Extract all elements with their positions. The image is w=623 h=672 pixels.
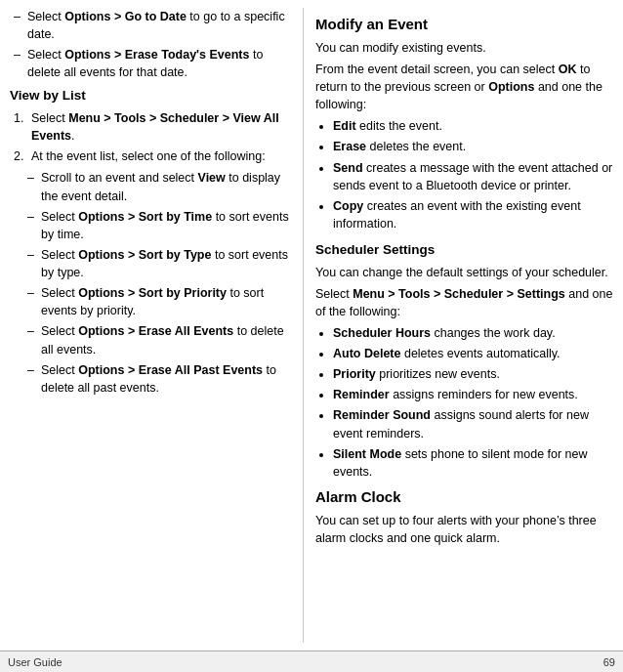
bullet-scheduler-hours: Scheduler Hours changes the work day. [333, 324, 613, 342]
sub-dash-item-scroll: – Scroll to an event and select View to … [27, 169, 291, 204]
scheduler-settings-select: Select Menu > Tools > Scheduler > Settin… [315, 285, 613, 320]
numbered-text: Select Menu > Tools > Scheduler > View A… [31, 109, 291, 145]
numbered-list: 1. Select Menu > Tools > Scheduler > Vie… [14, 109, 291, 165]
modify-event-bullets: Edit edits the event. Erase deletes the … [333, 117, 613, 232]
left-column: – Select Options > Go to Date to go to a… [10, 8, 303, 643]
dash-text: Select Options > Go to Date to go to a s… [27, 8, 291, 43]
dash-marker: – [14, 8, 27, 43]
bullet-copy: Copy creates an event with the existing … [333, 197, 613, 232]
bullet-edit: Edit edits the event. [333, 117, 613, 135]
dash-text: Select Options > Sort by Type to sort ev… [41, 246, 291, 281]
dash-item-goto-date: – Select Options > Go to Date to go to a… [14, 8, 291, 43]
footer-bar: User Guide 69 [0, 651, 623, 672]
sub-dash-item-sort-type: – Select Options > Sort by Type to sort … [27, 246, 291, 281]
dash-text: Select Options > Erase All Events to del… [41, 322, 291, 357]
sub-dash-list: – Scroll to an event and select View to … [27, 169, 291, 397]
scheduler-settings-intro: You can change the default settings of y… [315, 264, 613, 281]
dash-marker: – [27, 208, 41, 243]
alarm-clock-text: You can set up to four alerts with your … [315, 512, 613, 547]
scheduler-settings-bullets: Scheduler Hours changes the work day. Au… [333, 324, 613, 481]
footer-left: User Guide [8, 656, 62, 668]
dash-marker: – [27, 246, 41, 281]
sub-dash-item-sort-priority: – Select Options > Sort by Priority to s… [27, 284, 291, 319]
bullet-erase: Erase deletes the event. [333, 138, 613, 155]
alarm-clock-title: Alarm Clock [315, 486, 613, 508]
modify-event-intro: You can modify existing events. [315, 39, 613, 57]
dash-marker: – [27, 361, 41, 397]
sub-dash-item-erase-past: – Select Options > Erase All Past Events… [27, 361, 291, 397]
numbered-text: At the event list, select one of the fol… [31, 147, 266, 165]
dash-text: Select Options > Sort by Time to sort ev… [41, 208, 291, 243]
dash-marker: – [27, 284, 41, 319]
dash-text: Select Options > Sort by Priority to sor… [41, 284, 291, 319]
bullet-send: Send creates a message with the event at… [333, 159, 613, 194]
bullet-silent-mode: Silent Mode sets phone to silent mode fo… [333, 445, 613, 481]
modify-event-title: Modify an Event [315, 14, 613, 35]
bullet-reminder: Reminder assigns reminders for new event… [333, 386, 613, 403]
bullet-reminder-sound: Reminder Sound assigns sound alerts for … [333, 406, 613, 441]
modify-event-detail: From the event detail screen, you can se… [315, 61, 613, 113]
numbered-item-1: 1. Select Menu > Tools > Scheduler > Vie… [14, 109, 291, 145]
right-column: Modify an Event You can modify existing … [303, 8, 613, 643]
dash-item-erase-today: – Select Options > Erase Today's Events … [14, 46, 291, 81]
bullet-priority: Priority prioritizes new events. [333, 365, 613, 383]
main-content: – Select Options > Go to Date to go to a… [0, 0, 623, 651]
sub-dash-item-sort-time: – Select Options > Sort by Time to sort … [27, 208, 291, 243]
numbered-marker: 2. [14, 147, 31, 165]
numbered-marker: 1. [14, 109, 31, 145]
intro-dash-list: – Select Options > Go to Date to go to a… [14, 8, 291, 82]
dash-text: Scroll to an event and select View to di… [41, 169, 291, 204]
dash-marker: – [14, 46, 27, 81]
dash-text: Select Options > Erase Today's Events to… [27, 46, 291, 81]
numbered-item-2: 2. At the event list, select one of the … [14, 147, 291, 165]
page-container: – Select Options > Go to Date to go to a… [0, 0, 623, 672]
footer-right: 69 [603, 656, 615, 668]
scheduler-settings-title: Scheduler Settings [315, 240, 613, 260]
sub-dash-item-erase-all: – Select Options > Erase All Events to d… [27, 322, 291, 357]
bullet-auto-delete: Auto Delete deletes events automatically… [333, 345, 613, 362]
view-by-list-title: View by List [10, 86, 291, 105]
dash-marker: – [27, 322, 41, 357]
dash-marker: – [27, 169, 41, 204]
dash-text: Select Options > Erase All Past Events t… [41, 361, 291, 397]
